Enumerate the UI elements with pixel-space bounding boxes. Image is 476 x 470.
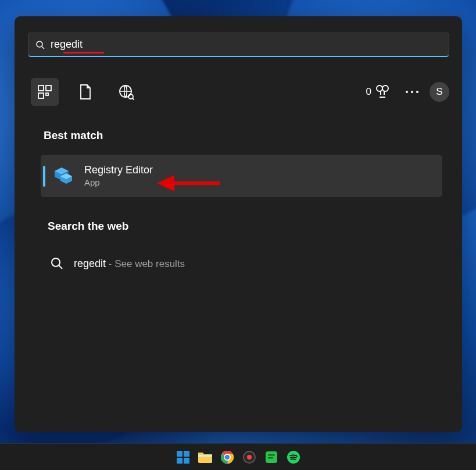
result-registry-editor[interactable]: Registry Editor App bbox=[41, 155, 442, 197]
result-subtitle: App bbox=[84, 177, 153, 188]
svg-point-30 bbox=[224, 454, 229, 459]
svg-point-9 bbox=[377, 86, 382, 91]
taskbar-app-2[interactable] bbox=[263, 449, 280, 465]
web-result-row[interactable]: regedit - See web results bbox=[51, 249, 185, 278]
registry-editor-icon bbox=[54, 166, 74, 186]
search-icon bbox=[51, 257, 63, 270]
svg-rect-4 bbox=[38, 93, 44, 98]
svg-rect-3 bbox=[46, 86, 51, 91]
svg-rect-26 bbox=[177, 458, 182, 464]
search-web-header: Search the web bbox=[48, 220, 128, 233]
result-title: Registry Editor bbox=[84, 163, 153, 177]
result-texts: Registry Editor App bbox=[84, 163, 153, 188]
svg-point-18 bbox=[52, 258, 60, 266]
web-suffix: - See web results bbox=[106, 258, 185, 269]
start-button[interactable] bbox=[175, 449, 191, 465]
svg-rect-24 bbox=[177, 451, 182, 457]
svg-rect-25 bbox=[184, 451, 189, 457]
svg-rect-36 bbox=[268, 457, 273, 459]
svg-line-1 bbox=[42, 47, 44, 49]
svg-rect-35 bbox=[268, 454, 275, 456]
svg-point-7 bbox=[128, 94, 133, 99]
svg-rect-5 bbox=[46, 93, 48, 95]
web-result-text: regedit - See web results bbox=[74, 258, 185, 270]
avatar-initial: S bbox=[436, 86, 442, 98]
user-avatar[interactable]: S bbox=[430, 82, 449, 102]
svg-point-33 bbox=[247, 455, 252, 460]
search-panel: 0 S Best match bbox=[15, 16, 462, 432]
taskbar bbox=[0, 443, 476, 470]
search-icon bbox=[35, 40, 45, 49]
taskbar-spotify[interactable] bbox=[285, 449, 302, 465]
taskbar-chrome[interactable] bbox=[219, 449, 235, 465]
svg-rect-27 bbox=[184, 458, 189, 464]
svg-point-0 bbox=[37, 41, 42, 47]
taskbar-app-1[interactable] bbox=[241, 449, 257, 465]
filter-web-icon[interactable] bbox=[112, 78, 140, 106]
rewards-count: 0 bbox=[366, 86, 371, 98]
taskbar-file-explorer[interactable] bbox=[197, 449, 213, 465]
svg-rect-2 bbox=[38, 86, 44, 91]
svg-line-8 bbox=[133, 98, 134, 100]
search-box[interactable] bbox=[28, 33, 449, 57]
filter-apps-icon[interactable] bbox=[31, 78, 59, 106]
trophy-icon bbox=[375, 84, 390, 99]
selection-indicator bbox=[43, 166, 45, 187]
filter-row: 0 S bbox=[31, 74, 449, 109]
svg-rect-28 bbox=[198, 455, 212, 457]
web-query: regedit bbox=[74, 258, 106, 269]
best-match-header: Best match bbox=[44, 129, 103, 142]
search-input[interactable] bbox=[45, 38, 442, 51]
rewards-badge-button[interactable]: 0 bbox=[366, 84, 390, 99]
filter-documents-icon[interactable] bbox=[71, 78, 99, 106]
spellcheck-underline bbox=[63, 52, 104, 54]
more-options-button[interactable] bbox=[400, 80, 424, 104]
svg-line-19 bbox=[59, 266, 63, 269]
svg-point-10 bbox=[382, 86, 388, 91]
